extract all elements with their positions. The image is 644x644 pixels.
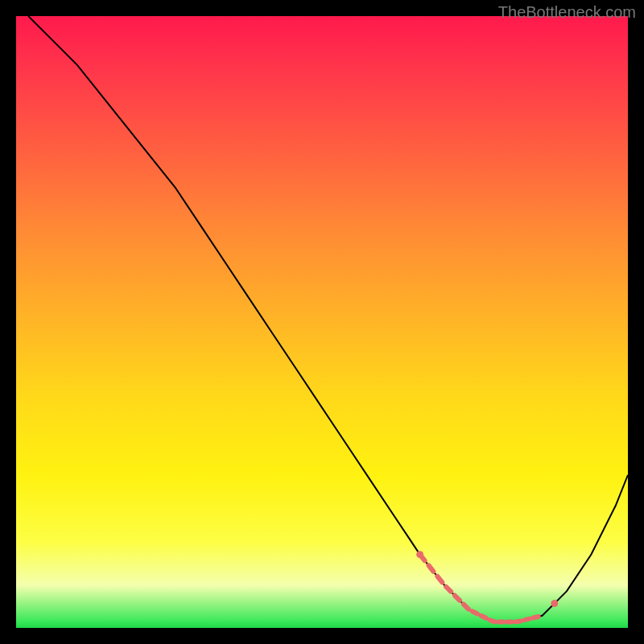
curve-line: [28, 16, 628, 621]
highlight-dot: [417, 551, 423, 558]
highlight-dash: [516, 621, 521, 622]
chart-svg: [16, 16, 628, 628]
highlight-dash: [437, 576, 442, 583]
highlight-dash: [481, 616, 486, 618]
highlight-dash: [455, 596, 460, 601]
highlight-dash: [464, 605, 469, 609]
highlight-dash: [473, 611, 477, 613]
highlight-dash: [525, 619, 530, 621]
highlight-dots: [417, 551, 558, 622]
highlight-dash: [534, 617, 539, 618]
watermark-text: TheBottleneck.com: [498, 3, 636, 22]
highlight-dash: [429, 565, 434, 571]
highlight-dash: [490, 620, 495, 621]
highlight-dot: [551, 601, 558, 607]
highlight-dash: [446, 587, 451, 592]
chart-plot-area: [16, 16, 628, 628]
